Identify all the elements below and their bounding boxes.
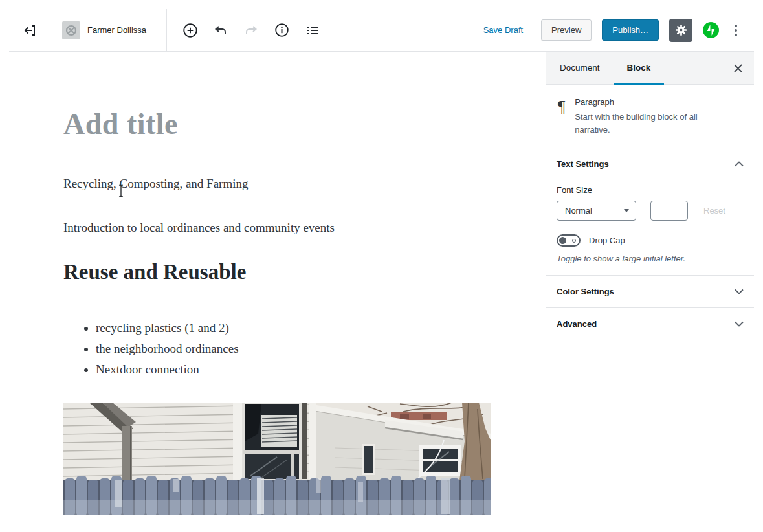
tab-document[interactable]: Document — [546, 52, 614, 85]
paragraph-block-1[interactable]: Recycling, Composting, and Farming — [63, 177, 249, 191]
color-settings-header[interactable]: Color Settings — [546, 276, 754, 307]
block-card-description: Start with the building block of all nar… — [575, 111, 730, 137]
exit-arrow-icon — [22, 23, 38, 38]
site-icon — [62, 21, 80, 39]
heading-block[interactable]: Reuse and Reusable — [63, 260, 246, 284]
color-settings-panel: Color Settings — [546, 276, 754, 308]
gutenberg-editor: Farmer Dollissa — [0, 0, 763, 532]
block-card: ¶ Paragraph Start with the building bloc… — [546, 85, 754, 148]
list-block: recycling plastics (1 and 2) the neighbo… — [84, 318, 239, 380]
block-navigation-button[interactable] — [303, 21, 321, 39]
site-switcher[interactable]: Farmer Dollissa — [50, 9, 167, 51]
drop-cap-label: Drop Cap — [589, 236, 625, 245]
drop-cap-help-text: Toggle to show a large initial letter. — [557, 254, 744, 263]
drop-cap-toggle[interactable] — [557, 234, 581, 247]
advanced-title: Advanced — [557, 319, 597, 329]
caret-down-icon — [624, 209, 629, 212]
gear-icon — [675, 24, 687, 36]
jetpack-icon — [703, 22, 719, 38]
redo-button[interactable] — [242, 21, 260, 39]
block-card-title: Paragraph — [575, 97, 730, 107]
chevron-up-icon — [735, 161, 744, 167]
text-settings-title: Text Settings — [557, 159, 609, 169]
font-size-selected-value: Normal — [565, 206, 592, 216]
settings-sidebar: Document Block ¶ Paragraph Start with th… — [546, 52, 754, 515]
more-options-button[interactable] — [729, 21, 742, 40]
add-block-button[interactable] — [181, 21, 199, 39]
image-block-house-photo[interactable] — [63, 403, 491, 515]
close-sidebar-button[interactable] — [722, 52, 754, 84]
jetpack-button[interactable] — [703, 22, 719, 38]
custom-font-size-input[interactable] — [650, 201, 688, 221]
color-settings-title: Color Settings — [557, 287, 614, 296]
toolbar-actions: Save Draft Preview Publish… — [483, 9, 754, 51]
site-name: Farmer Dollissa — [87, 25, 146, 35]
text-cursor-ibeam — [117, 184, 125, 198]
font-size-select[interactable]: Normal — [557, 201, 636, 221]
editor-canvas: Add title Recycling, Composting, and Far… — [9, 52, 546, 515]
post-title-placeholder[interactable]: Add title — [63, 107, 178, 141]
chevron-down-icon — [735, 289, 744, 294]
editing-tools — [167, 9, 327, 51]
paragraph-block-icon: ¶ — [558, 98, 565, 137]
list-item[interactable]: the neighborhood ordinances — [96, 338, 239, 359]
list-item[interactable]: Nextdoor connection — [96, 359, 239, 380]
sidebar-tabs: Document Block — [546, 52, 754, 85]
publish-button[interactable]: Publish… — [602, 19, 659, 41]
content-structure-button[interactable] — [272, 21, 291, 39]
font-size-label: Font Size — [557, 185, 744, 195]
editor-toolbar: Farmer Dollissa — [9, 9, 754, 52]
undo-button[interactable] — [212, 21, 230, 39]
save-draft-button[interactable]: Save Draft — [483, 25, 523, 35]
chevron-down-icon — [735, 321, 744, 327]
text-settings-header[interactable]: Text Settings — [546, 148, 754, 180]
advanced-header[interactable]: Advanced — [546, 308, 754, 340]
settings-gear-button[interactable] — [669, 19, 692, 42]
reset-font-size-button[interactable]: Reset — [702, 203, 727, 218]
text-settings-panel: Text Settings Font Size Normal Reset — [546, 148, 754, 276]
advanced-panel: Advanced — [546, 308, 754, 340]
paragraph-block-2[interactable]: Introduction to local ordinances and com… — [63, 221, 335, 235]
tab-block[interactable]: Block — [614, 52, 665, 85]
list-item[interactable]: recycling plastics (1 and 2) — [96, 318, 239, 338]
preview-button[interactable]: Preview — [541, 19, 592, 41]
exit-editor-button[interactable] — [9, 9, 50, 51]
close-icon — [733, 63, 743, 73]
